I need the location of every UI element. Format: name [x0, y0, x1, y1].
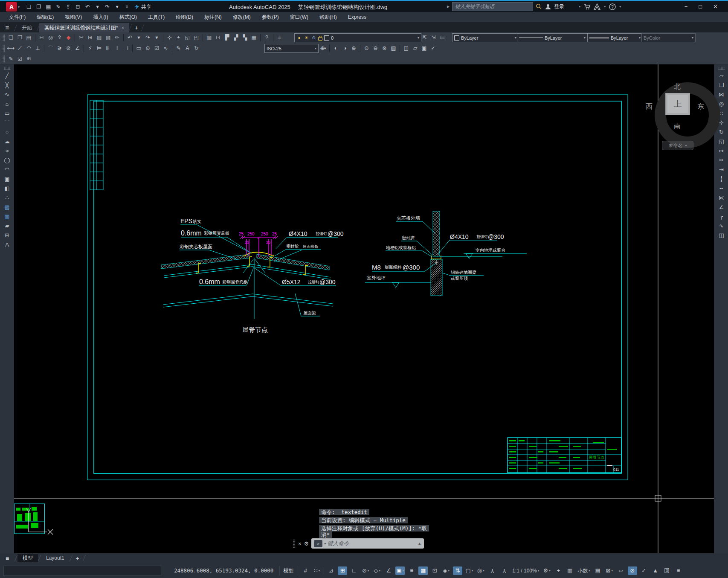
erase-icon[interactable]: ▱: [717, 73, 725, 79]
command-expand-icon[interactable]: ▲: [418, 541, 421, 546]
menu-编辑[interactable]: 编辑(E): [31, 12, 59, 22]
status-clean-screen[interactable]: 回: [662, 566, 672, 575]
properties-palette-icon[interactable]: ▥: [205, 34, 213, 42]
color-combo[interactable]: ByLayer▾: [452, 33, 519, 42]
construction-line-icon[interactable]: ╳: [3, 82, 11, 88]
break-at-point-icon[interactable]: ╏: [717, 176, 725, 182]
redo-dropdown-icon[interactable]: ▾: [153, 34, 161, 42]
dim-spacing-icon[interactable]: Ⅰ: [113, 44, 121, 52]
draworder-above-icon[interactable]: ⊕: [350, 44, 358, 52]
region-icon[interactable]: ▰: [3, 223, 11, 229]
login-button[interactable]: 登录: [554, 3, 564, 10]
menu-帮助[interactable]: 帮助(H): [314, 12, 342, 22]
line-icon[interactable]: ╱: [3, 73, 11, 79]
open-file-icon[interactable]: ❐: [16, 34, 24, 42]
plot-preview-icon[interactable]: ◎: [46, 34, 55, 42]
polygon-icon[interactable]: ⌂: [3, 101, 11, 107]
edit-text-icon[interactable]: ✎: [7, 55, 15, 63]
markup-import-icon[interactable]: ▚: [241, 34, 249, 42]
zoom-previous-icon[interactable]: ◰: [192, 34, 200, 42]
blend-curves-icon[interactable]: ∿: [717, 223, 725, 229]
status-transparency[interactable]: ▩: [418, 566, 428, 575]
point-icon[interactable]: ∴: [3, 195, 11, 201]
redo-dropdown-icon[interactable]: ▾: [113, 3, 121, 11]
tolerance-icon[interactable]: ▭: [135, 44, 143, 52]
drawing-canvas[interactable]: [14, 64, 714, 553]
menu-窗口[interactable]: 窗口(W): [284, 12, 314, 22]
dim-radius-icon[interactable]: ⌒: [46, 44, 55, 52]
file-tabs-menu-icon[interactable]: ≡: [0, 23, 15, 32]
menu-绘图[interactable]: 绘图(D): [170, 12, 199, 22]
undo-dropdown-icon[interactable]: ▾: [135, 34, 143, 42]
layer-dropdown-icon[interactable]: ▾: [418, 36, 419, 40]
dim-style-combo[interactable]: ISO-25▾: [264, 44, 319, 53]
menu-Express[interactable]: Express: [342, 12, 372, 22]
redo-icon[interactable]: ↷: [144, 34, 152, 42]
extend-icon[interactable]: ⇥: [717, 166, 725, 173]
layer-previous-icon[interactable]: ⇲: [429, 34, 438, 42]
status-lock-ui[interactable]: ⊠▾: [605, 566, 614, 575]
design-center-icon[interactable]: ⊡: [214, 34, 222, 42]
save-icon[interactable]: ▤: [25, 34, 33, 42]
cut-clip-icon[interactable]: ✂: [77, 34, 85, 42]
status-quick-properties[interactable]: ▤: [593, 566, 603, 575]
print-icon[interactable]: ⊟: [74, 3, 82, 11]
tool-palettes-icon[interactable]: ▛: [223, 34, 231, 42]
move-icon[interactable]: ⊹: [717, 119, 725, 126]
rotate-icon[interactable]: ↻: [717, 129, 725, 135]
ellipse-arc-icon[interactable]: ◠: [3, 166, 11, 173]
dim-angular-icon[interactable]: ∠: [73, 44, 81, 52]
window-minimize-button[interactable]: −: [684, 3, 688, 10]
dim-arc-length-icon[interactable]: ◠: [25, 44, 33, 52]
dim-inspect-icon[interactable]: ☑: [153, 44, 161, 52]
help-icon[interactable]: ?: [263, 34, 271, 42]
ellipse-icon[interactable]: ◯: [3, 157, 11, 163]
dim-update-icon[interactable]: ↻: [192, 44, 200, 52]
fillet-icon[interactable]: ╭: [717, 213, 725, 220]
menu-标注[interactable]: 标注(N): [199, 12, 227, 22]
dim-style-manager-icon[interactable]: ⟴: [319, 44, 327, 52]
user-icon[interactable]: [545, 3, 551, 10]
intersect-icon[interactable]: ⊗: [380, 44, 389, 52]
arc-icon[interactable]: ⌒: [3, 119, 11, 126]
help-icon[interactable]: ?: [609, 3, 616, 10]
status-dynamic-ucs[interactable]: ⇅: [453, 566, 462, 575]
status-units[interactable]: 小数▾: [577, 566, 591, 575]
explode-icon[interactable]: ◫: [717, 232, 725, 238]
ucs-selector[interactable]: 未命名▾: [662, 141, 693, 150]
extrude-icon[interactable]: ▧: [389, 44, 397, 52]
status-3d-object-snap[interactable]: ◈▾: [441, 566, 451, 575]
status-annotation-monitor[interactable]: +: [554, 566, 563, 575]
undo-icon[interactable]: ↶: [84, 3, 92, 11]
match-properties-icon[interactable]: ▧: [104, 34, 112, 42]
menu-视图[interactable]: 视图(V): [59, 12, 87, 22]
search-expand-icon[interactable]: ▶: [447, 5, 450, 9]
search-input[interactable]: 键入关键字或短语: [452, 2, 533, 11]
dim-edit-icon[interactable]: ✎: [174, 44, 183, 52]
dim-continue-icon[interactable]: ⊪: [104, 44, 112, 52]
tab-layout1[interactable]: Layout1: [41, 554, 70, 562]
model-space-button[interactable]: 模型: [279, 566, 297, 575]
command-input[interactable]: ＞ ▾ 键入命令 ▲: [311, 538, 424, 549]
status-annotation-visibility[interactable]: Y: [487, 566, 497, 575]
3d-rotate-icon[interactable]: ▱: [411, 44, 419, 52]
table-icon[interactable]: ⊞: [3, 232, 11, 238]
make-object-layer-current-icon[interactable]: ⇱: [421, 34, 429, 42]
dim-ordinate-icon[interactable]: ⊥: [34, 44, 42, 52]
command-prompt-dropdown-icon[interactable]: ▾: [324, 542, 326, 546]
qat-more-icon[interactable]: ▿: [123, 3, 131, 11]
autodesk-apps-icon[interactable]: [594, 3, 600, 10]
dim-baseline-icon[interactable]: ⊨: [95, 44, 103, 52]
scale-icon[interactable]: ◱: [717, 138, 725, 145]
tab-close-icon[interactable]: ×: [122, 25, 124, 30]
layout-menu-icon[interactable]: ≡: [0, 555, 15, 562]
linetype-combo[interactable]: ByLayer▾: [517, 33, 588, 42]
dim-diameter-icon[interactable]: ⊘: [64, 44, 73, 52]
status-customization[interactable]: ≡: [674, 566, 683, 575]
dim-jogged-icon[interactable]: ≷: [55, 44, 64, 52]
zoom-window-icon[interactable]: ◱: [183, 34, 191, 42]
dim-quick-icon[interactable]: ⚡: [86, 44, 94, 52]
revision-cloud-icon[interactable]: ☁: [3, 138, 11, 145]
app-menu-dropdown-icon[interactable]: ▾: [18, 5, 20, 9]
quick-calc-icon[interactable]: ▦: [250, 34, 258, 42]
